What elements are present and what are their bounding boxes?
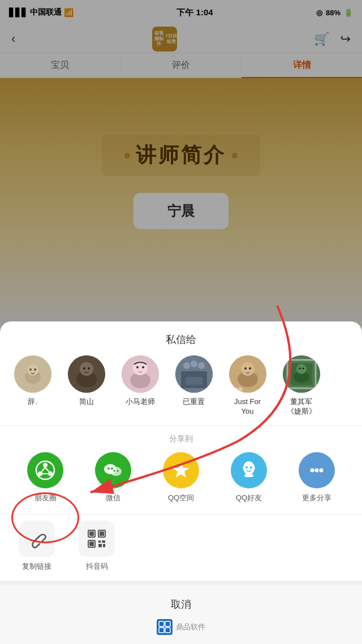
svg-point-8 xyxy=(83,367,85,370)
svg-rect-70 xyxy=(159,628,164,633)
share-pengyouquan[interactable]: 朋友圈 xyxy=(27,452,63,503)
svg-point-43 xyxy=(107,467,110,470)
svg-rect-65 xyxy=(102,540,105,543)
svg-rect-69 xyxy=(165,621,170,626)
contact-avatar-1 xyxy=(14,355,51,393)
svg-point-24 xyxy=(244,367,247,370)
svg-point-49 xyxy=(243,466,246,470)
svg-line-57 xyxy=(35,536,39,541)
svg-point-52 xyxy=(245,466,248,469)
svg-point-50 xyxy=(252,466,255,470)
svg-rect-71 xyxy=(165,628,170,633)
douyin-code-icon-box xyxy=(79,521,115,557)
svg-point-13 xyxy=(136,366,139,368)
contact-item-6[interactable]: 董其军 《婕斯》 xyxy=(274,355,328,417)
dingpin-logo xyxy=(157,619,173,635)
svg-point-18 xyxy=(191,360,197,367)
contact-avatar-5: 大咖 xyxy=(229,355,266,393)
share-qq-friend[interactable]: QQ好友 xyxy=(231,452,267,503)
share-row: 朋友圈 微信 QQ空间 xyxy=(0,452,362,514)
contact-name-2: 简山 xyxy=(79,397,94,407)
sheet-title: 私信给 xyxy=(0,321,362,355)
share-more[interactable]: 更多分享 xyxy=(299,452,335,503)
douyin-code-action[interactable]: 抖音码 xyxy=(71,521,122,572)
svg-line-39 xyxy=(45,467,49,472)
share-section-title: 分享到 xyxy=(0,428,362,452)
svg-point-17 xyxy=(183,362,190,369)
contact-item-5[interactable]: 大咖 Just For You xyxy=(221,355,274,417)
svg-text:大咖: 大咖 xyxy=(235,387,243,391)
contacts-row: 辞. 简山 xyxy=(0,355,362,426)
contact-item-2[interactable]: 简山 xyxy=(59,355,113,417)
svg-point-3 xyxy=(29,368,32,371)
qqfriend-label: QQ好友 xyxy=(236,493,262,503)
copy-link-icon-box xyxy=(19,521,55,557)
svg-rect-59 xyxy=(89,531,94,536)
svg-rect-20 xyxy=(186,377,202,385)
douyin-code-label: 抖音码 xyxy=(86,561,108,572)
svg-point-35 xyxy=(43,463,48,467)
cancel-area: 取消 鼎品软件 xyxy=(0,581,362,644)
svg-point-45 xyxy=(113,470,115,472)
more-share-label: 更多分享 xyxy=(302,493,331,503)
svg-point-32 xyxy=(299,368,300,370)
share-qq-space[interactable]: QQ空间 xyxy=(163,452,199,503)
copy-link-label: 复制链接 xyxy=(22,561,51,572)
section-divider-2 xyxy=(0,514,362,515)
contact-avatar-6 xyxy=(283,355,320,393)
svg-point-54 xyxy=(311,469,314,473)
more-share-icon xyxy=(299,452,335,488)
svg-point-53 xyxy=(250,466,252,469)
section-divider-1 xyxy=(0,426,362,426)
wechat-icon xyxy=(95,452,131,488)
bottom-actions: 复制链接 抖音码 xyxy=(0,517,362,581)
svg-rect-67 xyxy=(103,544,105,547)
contact-name-6: 董其军 《婕斯》 xyxy=(287,397,316,417)
contact-item-3[interactable]: 小马老师 xyxy=(113,355,167,417)
qqfriend-icon xyxy=(231,452,267,488)
svg-point-4 xyxy=(34,368,36,371)
contact-avatar-3 xyxy=(122,355,159,393)
pengyouquan-label: 朋友圈 xyxy=(35,493,57,503)
svg-rect-61 xyxy=(100,531,104,536)
qqspace-label: QQ空间 xyxy=(168,493,194,503)
dingpin-name: 鼎品软件 xyxy=(176,622,205,632)
svg-point-19 xyxy=(198,362,205,369)
svg-point-55 xyxy=(315,469,319,473)
copy-link-action[interactable]: 复制链接 xyxy=(11,521,62,572)
contact-item-4[interactable]: 已重置 xyxy=(167,355,221,417)
svg-rect-63 xyxy=(89,542,94,546)
pengyouquan-icon xyxy=(27,452,63,488)
contact-name-4: 已重置 xyxy=(183,397,205,407)
contact-item-1[interactable]: 辞. xyxy=(6,355,59,417)
svg-point-7 xyxy=(80,362,93,376)
contact-name-1: 辞. xyxy=(28,397,37,407)
svg-point-33 xyxy=(302,368,304,370)
svg-line-38 xyxy=(41,467,45,472)
cancel-button[interactable]: 取消 xyxy=(0,593,362,616)
svg-point-56 xyxy=(320,469,324,473)
contact-name-3: 小马老师 xyxy=(126,397,155,407)
contact-name-5: Just For You xyxy=(234,397,261,417)
qqspace-icon xyxy=(163,452,199,488)
share-wechat[interactable]: 微信 xyxy=(95,452,131,503)
svg-rect-64 xyxy=(98,540,101,543)
svg-point-44 xyxy=(111,467,113,470)
svg-point-14 xyxy=(142,366,144,368)
svg-rect-68 xyxy=(159,621,164,626)
svg-point-25 xyxy=(249,367,251,370)
svg-point-23 xyxy=(241,362,255,376)
svg-rect-51 xyxy=(244,474,253,477)
wechat-label: 微信 xyxy=(106,493,120,503)
svg-marker-47 xyxy=(173,462,189,478)
dingpin-branding: 鼎品软件 xyxy=(157,616,205,641)
contact-avatar-2 xyxy=(68,355,105,393)
contact-avatar-4 xyxy=(175,355,213,393)
svg-point-31 xyxy=(296,364,307,374)
svg-point-46 xyxy=(117,470,119,472)
svg-rect-66 xyxy=(98,544,102,547)
svg-point-9 xyxy=(88,367,90,370)
bottom-sheet: 私信给 辞. xyxy=(0,321,362,644)
